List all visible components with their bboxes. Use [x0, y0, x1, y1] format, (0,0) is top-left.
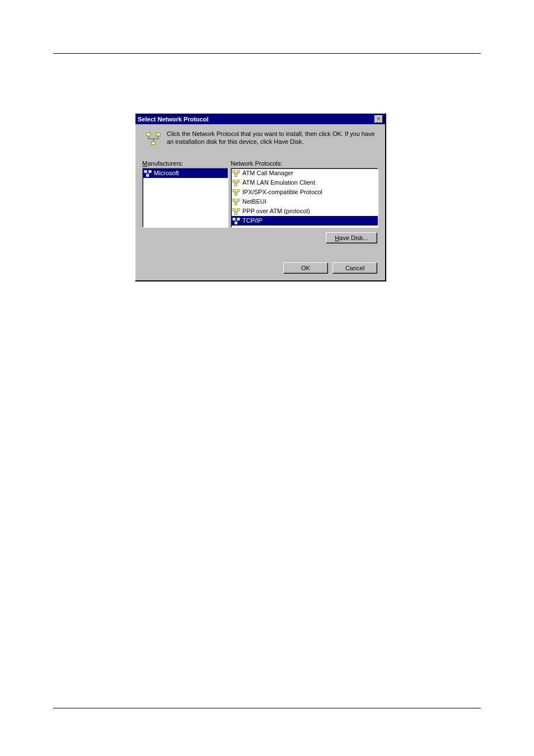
protocol-item-icon: [232, 170, 240, 177]
network-protocols-listbox[interactable]: ATM Call ManagerATM LAN Emulation Client…: [231, 168, 378, 228]
network-protocol-icon: [146, 131, 161, 147]
svg-rect-13: [237, 189, 240, 191]
have-disk-button[interactable]: Have Disk...: [326, 232, 377, 243]
cancel-button[interactable]: Cancel: [332, 262, 377, 274]
svg-rect-10: [237, 180, 240, 182]
manufacturer-item[interactable]: Microsoft: [143, 168, 228, 178]
protocol-item[interactable]: TCP/IP: [231, 216, 378, 226]
svg-rect-0: [147, 133, 151, 136]
protocol-item-icon: [144, 170, 152, 177]
protocol-item-label: PPP over ATM (protocol): [242, 207, 310, 215]
svg-rect-1: [156, 133, 160, 136]
ok-button[interactable]: OK: [283, 262, 328, 274]
page: Select Network Protocol × Click the Netw…: [0, 0, 534, 756]
page-top-divider: [53, 53, 481, 54]
manufacturers-listbox[interactable]: Microsoft: [142, 168, 228, 228]
list-labels-row: Manufacturers: Network Protocols:: [142, 160, 378, 167]
svg-rect-12: [233, 189, 235, 191]
dialog-titlebar[interactable]: Select Network Protocol ×: [135, 114, 385, 124]
svg-rect-14: [235, 193, 237, 195]
close-icon: ×: [377, 116, 380, 121]
protocol-item-label: NetBEUI: [242, 198, 266, 206]
svg-rect-11: [235, 184, 237, 186]
instruction-text: Click the Network Protocol that you want…: [167, 130, 378, 145]
svg-rect-8: [235, 174, 237, 176]
svg-rect-23: [235, 222, 237, 224]
protocol-item-icon: [232, 217, 240, 225]
instruction-row: Click the Network Protocol that you want…: [142, 130, 378, 147]
protocol-item-icon: [232, 198, 240, 206]
protocol-item-label: IPX/SPX-compatible Protocol: [242, 188, 322, 196]
svg-rect-2: [152, 142, 156, 144]
protocol-item-icon: [232, 179, 240, 187]
have-disk-row: Have Disk...: [142, 232, 378, 243]
dialog-button-row: OK Cancel: [142, 262, 378, 274]
svg-rect-5: [146, 174, 148, 176]
protocol-item-label: TCP/IP: [242, 217, 262, 225]
protocol-item[interactable]: ATM LAN Emulation Client: [231, 178, 378, 187]
svg-rect-16: [237, 199, 240, 201]
svg-rect-20: [235, 212, 237, 214]
svg-rect-21: [233, 218, 235, 220]
svg-rect-7: [237, 170, 240, 172]
protocol-item-icon: [232, 208, 240, 215]
page-bottom-divider: [53, 708, 481, 708]
protocol-item[interactable]: NetBEUI: [231, 197, 378, 206]
protocol-item[interactable]: IPX/SPX-compatible Protocol: [231, 187, 378, 197]
protocol-item-icon: [232, 189, 240, 196]
svg-rect-6: [233, 170, 235, 172]
svg-rect-22: [237, 218, 240, 220]
manufacturers-label: Manufacturers:: [142, 160, 231, 167]
protocol-item-label: ATM Call Manager: [242, 169, 293, 177]
protocol-item[interactable]: PPP over ATM (protocol): [231, 206, 378, 216]
svg-rect-18: [233, 208, 235, 210]
protocol-item[interactable]: ATM Call Manager: [231, 168, 378, 178]
svg-rect-9: [233, 180, 235, 182]
svg-rect-15: [233, 199, 235, 201]
lists-row: Microsoft ATM Call ManagerATM LAN Emulat…: [142, 168, 378, 228]
close-button[interactable]: ×: [374, 115, 383, 123]
svg-rect-19: [237, 208, 240, 210]
svg-rect-3: [144, 170, 147, 172]
protocol-item-label: ATM LAN Emulation Client: [242, 179, 315, 187]
dialog-body: Click the Network Protocol that you want…: [135, 124, 385, 280]
select-network-protocol-dialog: Select Network Protocol × Click the Netw…: [135, 113, 386, 281]
svg-rect-4: [149, 170, 151, 172]
network-protocols-label: Network Protocols:: [231, 160, 282, 167]
svg-rect-17: [235, 203, 237, 205]
dialog-title: Select Network Protocol: [138, 116, 209, 123]
manufacturer-item-label: Microsoft: [154, 169, 179, 177]
